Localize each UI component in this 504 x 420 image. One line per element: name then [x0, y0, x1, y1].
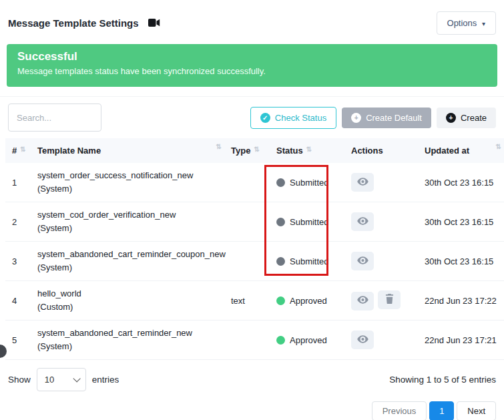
view-button[interactable] — [351, 212, 374, 231]
column-header-status[interactable]: Status⇅ — [270, 138, 344, 163]
status-dot — [276, 336, 285, 345]
sort-icon: ⇅ — [20, 146, 25, 153]
caret-down-icon: ▾ — [482, 20, 485, 27]
template-name: hello_world — [37, 287, 219, 300]
sort-icon: ⇅ — [306, 146, 312, 153]
template-type — [224, 321, 270, 360]
column-label: Updated at — [425, 146, 469, 156]
updated-at: 22nd Jun 23 17:21 — [418, 321, 504, 360]
table-row: 2system_cod_order_verification_new(Syste… — [5, 202, 504, 242]
template-kind: (Custom) — [37, 300, 219, 314]
status-dot — [276, 218, 285, 226]
template-type: text — [224, 281, 270, 321]
column-label: Type — [231, 146, 250, 156]
row-number: 5 — [5, 321, 31, 360]
plus-circle-icon: + — [351, 113, 361, 123]
toolbar-buttons: ✓ Check Status + Create Default + Create — [250, 107, 496, 129]
eye-icon — [357, 296, 368, 306]
template-type — [224, 163, 270, 202]
eye-icon — [357, 335, 368, 345]
eye-icon — [357, 178, 368, 188]
status-label: Submitted — [290, 217, 329, 227]
toolbar: ✓ Check Status + Create Default + Create — [0, 96, 504, 138]
column-header-updated-at[interactable]: Updated at⇅ — [418, 138, 504, 163]
status-dot — [276, 296, 285, 305]
eye-icon — [357, 217, 368, 227]
table-body: 1system_order_success_notification_new(S… — [5, 163, 504, 360]
options-button[interactable]: Options ▾ — [437, 11, 496, 35]
status-label: Approved — [290, 335, 327, 345]
template-kind: (System) — [37, 182, 219, 196]
column-header-type[interactable]: Type⇅ — [224, 138, 270, 163]
view-button[interactable] — [351, 173, 374, 192]
status-dot — [276, 257, 285, 266]
create-label: Create — [461, 113, 487, 123]
status-label: Submitted — [290, 178, 329, 188]
video-camera-icon — [148, 19, 160, 27]
template-kind: (System) — [37, 261, 219, 274]
table-footer: Show 10 entries Showing 1 to 5 of 5 entr… — [0, 360, 504, 391]
page-1-button[interactable]: 1 — [429, 401, 454, 420]
column-header-number[interactable]: #⇅ — [5, 138, 31, 163]
page-size-value: 10 — [45, 375, 54, 385]
options-label: Options — [447, 18, 477, 28]
create-default-label: Create Default — [366, 113, 422, 123]
delete-button[interactable] — [378, 290, 401, 309]
view-button[interactable] — [351, 252, 374, 270]
row-number: 4 — [5, 281, 31, 321]
check-status-button[interactable]: ✓ Check Status — [250, 107, 336, 129]
alert-title: Successful — [17, 50, 487, 63]
check-circle-icon: ✓ — [260, 113, 270, 123]
updated-at: 22nd Jun 23 17:22 — [418, 281, 504, 321]
sort-icon: ⇅ — [216, 143, 222, 150]
entries-summary: Showing 1 to 5 of 5 entries — [389, 375, 496, 385]
template-type — [224, 202, 270, 242]
template-name: system_cod_order_verification_new — [37, 208, 219, 222]
column-header-actions: Actions — [344, 138, 418, 163]
page-title: Message Template Settings — [8, 17, 139, 29]
template-name: system_order_success_notification_new — [37, 169, 219, 182]
create-default-button[interactable]: + Create Default — [342, 108, 431, 128]
table-row: 1system_order_success_notification_new(S… — [5, 163, 504, 202]
status-label: Submitted — [290, 256, 329, 266]
plus-circle-icon: + — [446, 113, 456, 123]
table-row: 5system_abandoned_cart_reminder_new(Syst… — [5, 321, 504, 360]
templates-table: #⇅ Template Name⇅ Type⇅ Status⇅ Actions … — [5, 138, 504, 360]
updated-at: 30th Oct 23 16:15 — [418, 163, 504, 202]
entries-label: entries — [92, 375, 119, 385]
previous-button[interactable]: Previous — [372, 401, 427, 420]
column-header-template-name[interactable]: Template Name⇅ — [31, 138, 224, 163]
create-button[interactable]: + Create — [437, 108, 496, 128]
template-name: system_abandoned_cart_reminder_new — [37, 327, 219, 340]
column-label: # — [12, 146, 17, 156]
column-label: Actions — [351, 146, 383, 156]
updated-at: 30th Oct 23 16:15 — [418, 242, 504, 281]
trash-icon — [385, 294, 394, 306]
page-size-select[interactable]: 10 — [37, 368, 86, 391]
template-kind: (System) — [37, 222, 219, 235]
view-button[interactable] — [351, 331, 374, 349]
next-button[interactable]: Next — [457, 401, 496, 420]
chevron-down-icon — [73, 375, 80, 382]
status-label: Approved — [290, 296, 327, 306]
view-button[interactable] — [351, 292, 374, 310]
page-header: Message Template Settings Options ▾ — [0, 0, 504, 40]
sort-icon: ⇅ — [496, 143, 501, 150]
updated-at: 30th Oct 23 16:15 — [418, 202, 504, 242]
search-input[interactable] — [8, 103, 101, 132]
row-number: 3 — [5, 242, 31, 281]
table-row: 3system_abandoned_cart_reminder_coupon_n… — [5, 242, 504, 281]
alert-message: Message templates status have been synch… — [17, 66, 487, 76]
message-template-settings-page: Message Template Settings Options ▾ Succ… — [0, 0, 504, 420]
row-number: 2 — [5, 202, 31, 242]
check-status-label: Check Status — [275, 113, 326, 123]
template-kind: (System) — [37, 340, 219, 353]
table-row: 4hello_world(Custom)textApproved22nd Jun… — [5, 281, 504, 321]
column-label: Template Name — [37, 146, 101, 156]
column-label: Status — [276, 146, 303, 156]
row-number: 1 — [5, 163, 31, 202]
eye-icon — [357, 256, 368, 266]
success-alert: Successful Message templates status have… — [7, 44, 497, 87]
table-header-row: #⇅ Template Name⇅ Type⇅ Status⇅ Actions … — [5, 138, 504, 163]
template-name: system_abandoned_cart_reminder_coupon_ne… — [37, 248, 219, 261]
